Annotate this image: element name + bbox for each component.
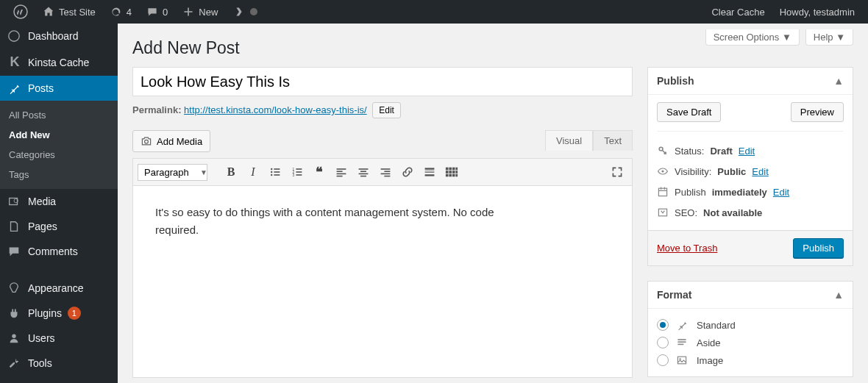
align-center-button[interactable] [353, 162, 374, 182]
updates-link[interactable]: 4 [103, 0, 139, 24]
sidebar-item-comments[interactable]: Comments [0, 239, 118, 264]
media-icon [7, 195, 22, 208]
wp-logo[interactable] [6, 0, 35, 24]
edit-permalink-button[interactable]: Edit [372, 102, 401, 118]
calendar-icon [657, 186, 669, 198]
editor-body[interactable]: It's so easy to do things with a content… [133, 186, 632, 377]
svg-rect-20 [337, 171, 343, 172]
seo-indicator[interactable] [225, 0, 265, 24]
howdy-link[interactable]: Howdy, testadmin [772, 0, 862, 24]
visual-tab[interactable]: Visual [545, 130, 593, 151]
seo-small-icon [657, 207, 669, 218]
sidebar-item-media[interactable]: Media [0, 189, 118, 214]
screen-options-button[interactable]: Screen Options ▼ [705, 29, 800, 46]
site-name-link[interactable]: Test Site [35, 0, 103, 24]
align-left-button[interactable] [331, 162, 352, 182]
read-more-button[interactable] [419, 162, 440, 182]
link-button[interactable] [397, 162, 418, 182]
wordpress-icon [13, 4, 28, 19]
sidebar-item-users[interactable]: Users [0, 326, 118, 351]
text-tab[interactable]: Text [593, 130, 633, 151]
numbered-list-button[interactable]: 123 [287, 162, 307, 182]
visibility-row: Visibility: Public Edit [657, 161, 844, 182]
sidebar-item-plugins[interactable]: Plugins 1 [0, 301, 118, 326]
preview-button[interactable]: Preview [791, 102, 844, 122]
fullscreen-button[interactable] [607, 162, 627, 182]
edit-status-link[interactable]: Edit [739, 146, 755, 157]
permalink-link[interactable]: http://test.kinsta.com/look-how-easy-thi… [184, 104, 367, 115]
permalink-label: Permalink: [132, 104, 181, 115]
svg-rect-41 [452, 171, 455, 173]
publish-box-heading[interactable]: Publish ▲ [648, 68, 853, 95]
radio-icon [657, 337, 669, 348]
align-right-button[interactable] [375, 162, 396, 182]
format-standard[interactable]: Standard [657, 316, 844, 334]
help-button[interactable]: Help ▼ [805, 29, 853, 46]
image-icon [676, 354, 689, 366]
italic-button[interactable]: I [243, 162, 263, 182]
svg-rect-46 [455, 174, 458, 177]
svg-point-48 [661, 170, 664, 172]
submenu-add-new[interactable]: Add New [0, 125, 118, 145]
new-label: New [199, 7, 218, 18]
sidebar-label: Dashboard [28, 30, 79, 42]
bold-button[interactable]: B [221, 162, 241, 182]
sidebar-item-tools[interactable]: Tools [0, 351, 118, 376]
svg-rect-35 [446, 168, 449, 171]
edit-visibility-link[interactable]: Edit [752, 166, 768, 177]
svg-rect-52 [677, 341, 686, 343]
svg-rect-37 [452, 168, 455, 171]
admin-sidebar: Dashboard K Kinsta Cache Posts All Posts… [0, 24, 118, 383]
comments-icon [7, 245, 22, 258]
sidebar-item-posts[interactable]: Posts [0, 76, 118, 101]
sidebar-label: Posts [28, 82, 54, 94]
clear-cache-link[interactable]: Clear Cache [704, 0, 772, 24]
post-title-input[interactable] [132, 67, 633, 96]
svg-rect-44 [449, 174, 452, 177]
svg-rect-22 [337, 176, 343, 177]
save-draft-button[interactable]: Save Draft [657, 102, 721, 122]
sidebar-label: Users [28, 332, 55, 344]
svg-rect-36 [449, 168, 452, 171]
sidebar-item-appearance[interactable]: Appearance [0, 276, 118, 301]
sidebar-label: Pages [28, 221, 57, 232]
editor-toolbar: Paragraph B I 123 ❝ [133, 159, 632, 186]
svg-rect-30 [384, 176, 390, 177]
new-content-link[interactable]: New [175, 0, 225, 24]
format-aside[interactable]: Aside [657, 334, 844, 351]
sidebar-item-pages[interactable]: Pages [0, 214, 118, 239]
submenu-tags[interactable]: Tags [0, 165, 118, 185]
svg-rect-27 [381, 168, 391, 170]
edit-date-link[interactable]: Edit [773, 187, 789, 198]
bullet-list-button[interactable] [265, 162, 285, 182]
paragraph-select[interactable]: Paragraph [138, 164, 207, 181]
format-box: Format ▲ Standard Aside [647, 281, 853, 377]
main-content: Screen Options ▼ Help ▼ Add New Post Per… [118, 24, 868, 383]
comment-icon [146, 6, 158, 18]
comments-link[interactable]: 0 [139, 0, 175, 24]
sidebar-item-kinsta[interactable]: K Kinsta Cache [0, 49, 118, 76]
sidebar-item-dashboard[interactable]: Dashboard [0, 24, 118, 49]
svg-rect-38 [455, 168, 458, 171]
publish-button[interactable]: Publish [793, 238, 844, 258]
svg-rect-31 [425, 168, 435, 169]
format-box-heading[interactable]: Format ▲ [648, 282, 853, 309]
dashboard-icon [7, 29, 22, 43]
sidebar-label: Appearance [28, 282, 84, 294]
svg-text:3: 3 [293, 173, 295, 177]
blockquote-button[interactable]: ❝ [309, 162, 330, 182]
key-icon [657, 145, 669, 157]
format-image[interactable]: Image [657, 351, 844, 369]
svg-rect-42 [455, 171, 458, 173]
svg-rect-10 [274, 171, 280, 173]
add-media-button[interactable]: Add Media [132, 130, 210, 152]
move-to-trash-link[interactable]: Move to Trash [657, 243, 717, 254]
sidebar-label: Media [28, 196, 56, 207]
pages-icon [7, 220, 22, 233]
editor-container: Paragraph B I 123 ❝ It's so easy [132, 158, 633, 378]
users-icon [7, 332, 22, 345]
svg-point-5 [12, 334, 15, 338]
submenu-categories[interactable]: Categories [0, 145, 118, 165]
toolbar-toggle-button[interactable] [441, 162, 462, 182]
submenu-all-posts[interactable]: All Posts [0, 105, 118, 125]
